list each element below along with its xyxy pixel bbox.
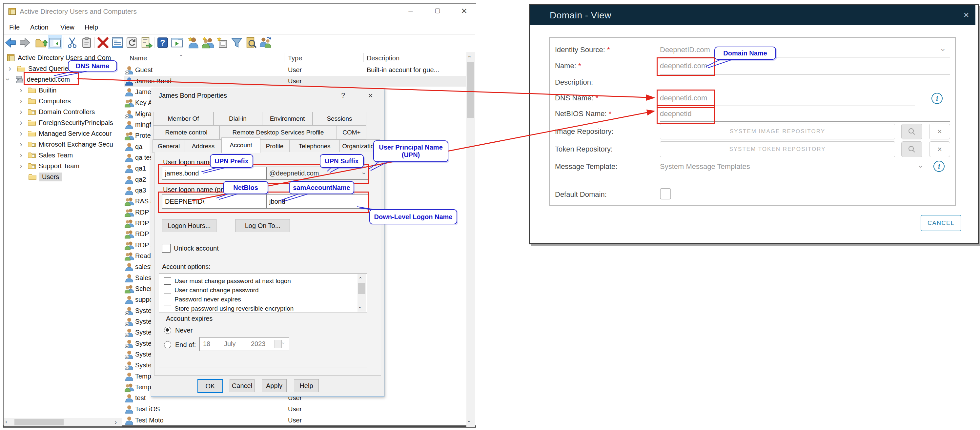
column-header-type[interactable]: Type — [288, 54, 302, 62]
chevron-down-icon[interactable]: › — [939, 49, 948, 51]
scroll-thumb[interactable] — [358, 283, 365, 294]
options-scrollbar[interactable]: › › — [358, 274, 366, 312]
netbios-domain-input[interactable]: DEEPNETID\ — [162, 194, 268, 209]
expiry-date-picker[interactable]: 18 July 2023 › — [199, 337, 289, 351]
maximize-button[interactable]: ▢ — [430, 6, 445, 14]
name-value[interactable]: deepnetid.com — [660, 62, 707, 70]
pane-splitter[interactable] — [123, 51, 123, 427]
unlock-account-checkbox[interactable] — [162, 244, 170, 253]
delegate-icon[interactable] — [259, 36, 272, 49]
tab-dial-in[interactable]: Dial-in — [213, 112, 262, 126]
option-checkbox[interactable] — [164, 296, 171, 303]
cancel-button[interactable]: Cancel — [229, 379, 255, 392]
image-repo-search-button[interactable] — [901, 124, 922, 139]
tab-sessions[interactable]: Sessions — [313, 112, 366, 126]
up-one-level-icon[interactable] — [35, 36, 48, 49]
scroll-left-icon[interactable]: › — [5, 419, 7, 426]
end-of-radio[interactable] — [164, 341, 171, 348]
menu-action[interactable]: Action — [27, 22, 51, 32]
apply-button[interactable]: Apply — [262, 379, 286, 392]
help-button[interactable]: Help — [294, 379, 319, 392]
export-list-icon[interactable] — [140, 36, 153, 49]
panel-cancel-button[interactable]: CANCEL — [921, 215, 961, 231]
description-input[interactable] — [660, 90, 950, 90]
list-row[interactable]: Test iOS User — [124, 404, 466, 414]
dialog-close-icon[interactable]: × — [368, 91, 373, 101]
find-icon[interactable] — [245, 36, 258, 49]
tree-item-saved-queries[interactable]: › Saved Queries — [6, 63, 72, 74]
list-row[interactable]: Test Moto User — [124, 415, 466, 426]
tree-hscrollbar[interactable]: › › — [4, 418, 122, 427]
list-row[interactable]: Guest User Built-in account for gue... — [124, 65, 466, 75]
logon-hours-button[interactable]: Logon Hours... — [162, 219, 216, 232]
image-repository-input[interactable]: SYSTEM IMAGE REPOSITORY — [660, 124, 895, 139]
upn-prefix-input[interactable]: james.bond — [162, 167, 268, 180]
tab-general[interactable]: General — [153, 139, 185, 153]
log-on-to-button[interactable]: Log On To... — [235, 219, 290, 232]
tab-com-plus[interactable]: COM+ — [337, 126, 366, 139]
scroll-up-icon[interactable]: › — [466, 56, 473, 58]
tree-item-computers[interactable]: › Computers — [18, 96, 71, 106]
scroll-right-icon[interactable]: › — [115, 419, 117, 426]
back-icon[interactable] — [4, 36, 17, 49]
option-checkbox[interactable] — [164, 305, 171, 312]
identity-source-value[interactable]: DeepnetID.com — [660, 46, 710, 54]
close-button[interactable]: ✕ — [457, 6, 471, 16]
chevron-down-icon[interactable]: › — [280, 342, 286, 344]
option-checkbox[interactable] — [164, 287, 171, 294]
tab-profile[interactable]: Profile — [260, 139, 289, 153]
ok-button[interactable]: OK — [197, 379, 223, 393]
properties-icon[interactable] — [111, 36, 124, 49]
scroll-thumb[interactable] — [14, 419, 64, 425]
scroll-thumb[interactable] — [467, 62, 474, 118]
dns-name-value[interactable]: deepnetid.com — [660, 94, 707, 102]
tab-account-active[interactable]: Account — [221, 137, 261, 153]
tab-telephones[interactable]: Telephones — [289, 139, 340, 153]
tab-member-of[interactable]: Member Of — [153, 112, 213, 126]
tree-item-builtin[interactable]: › Builtin — [18, 85, 56, 96]
token-repository-input[interactable]: SYSTEM TOKEN REPOSITORY — [660, 141, 895, 157]
paste-icon[interactable] — [80, 36, 93, 49]
dialog-help-icon[interactable]: ? — [341, 91, 345, 100]
column-header-name[interactable]: Name — [130, 54, 147, 62]
minimize-button[interactable]: – — [403, 6, 418, 16]
help-icon[interactable] — [156, 36, 169, 49]
image-repo-clear-button[interactable]: × — [929, 124, 950, 139]
show-console-tree-icon[interactable] — [49, 36, 62, 49]
message-template-value[interactable]: System Message Templates — [660, 162, 750, 171]
tree-item-sales-team[interactable]: › Sales Team — [18, 150, 73, 160]
menu-help[interactable]: Help — [82, 22, 101, 32]
new-group-icon[interactable] — [201, 36, 215, 49]
list-vscrollbar[interactable]: › › — [466, 52, 475, 427]
new-user-icon[interactable] — [187, 36, 200, 49]
console-window-icon[interactable] — [170, 36, 184, 49]
tree-item-managed-service[interactable]: › Managed Service Accour — [18, 128, 111, 139]
tree-item-domain[interactable]: › deepnetid.com — [5, 74, 70, 84]
tree-item-support-team[interactable]: › Support Team — [18, 161, 80, 171]
column-header-description[interactable]: Description — [367, 54, 399, 62]
token-repo-clear-button[interactable]: × — [929, 141, 950, 157]
upn-suffix-dropdown[interactable]: @deepnetid.com › — [266, 167, 368, 180]
filter-icon[interactable] — [230, 36, 243, 49]
forward-icon[interactable] — [18, 36, 32, 49]
panel-close-icon[interactable]: × — [964, 10, 969, 20]
info-icon[interactable]: i — [931, 93, 943, 104]
tree-item-ms-exchange[interactable]: › Microsoft Exchange Secu — [18, 139, 113, 150]
cut-icon[interactable] — [65, 36, 79, 49]
scroll-down-icon[interactable]: › — [466, 420, 473, 422]
tab-address[interactable]: Address — [185, 139, 221, 153]
scroll-up-icon[interactable]: › — [357, 277, 363, 279]
chevron-down-icon[interactable]: › — [916, 165, 926, 168]
list-row[interactable]: James Bond User — [124, 76, 466, 87]
token-repo-search-button[interactable] — [901, 141, 922, 157]
option-checkbox[interactable] — [164, 277, 171, 285]
tree-item-domain-controllers[interactable]: › Domain Controllers — [18, 107, 95, 117]
tree-item-users[interactable]: Users — [28, 172, 62, 182]
tab-remote-control[interactable]: Remote control — [153, 126, 220, 139]
scroll-down-icon[interactable]: › — [357, 306, 363, 308]
delete-icon[interactable] — [96, 36, 110, 49]
new-ou-icon[interactable] — [216, 36, 229, 49]
default-domain-checkbox[interactable] — [660, 188, 671, 199]
tab-environment[interactable]: Environment — [262, 112, 313, 126]
never-radio[interactable] — [164, 326, 171, 334]
